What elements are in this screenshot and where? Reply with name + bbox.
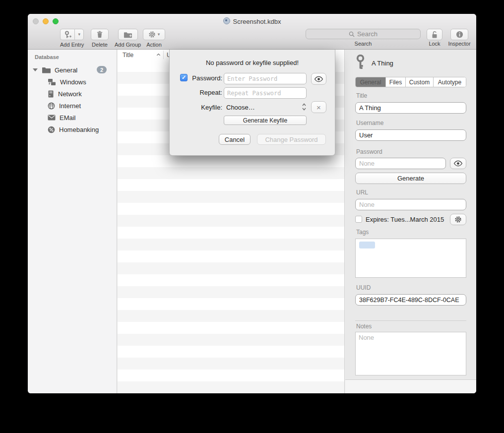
sidebar-item-network[interactable]: Network [28,88,117,100]
reveal-password-button[interactable] [450,158,466,169]
search-placeholder: Search [357,30,378,38]
change-password-button[interactable]: Change Password [257,134,326,145]
tags-label: Tags [356,229,466,236]
tab-custom[interactable]: Custom [406,77,434,87]
tab-general[interactable]: General [356,77,386,87]
globe-icon [48,102,55,110]
envelope-icon [48,115,56,121]
password-input[interactable] [355,158,446,169]
add-entry-label: Add Entry [60,42,84,48]
dialog-repeat-input[interactable] [224,87,307,99]
sidebar: Database General 2 Windows [28,50,117,393]
window-title-text: Screenshot.kdbx [233,18,281,25]
reveal-password-button[interactable] [311,73,326,85]
expires-label: Expires: Tues...March 2015 [366,216,450,223]
notes-label: Notes [356,323,466,330]
folder-plus-icon [124,31,132,38]
key-plus-icon [64,31,71,39]
inspector-panel: A Thing General Files Custom Autotype Ti… [345,50,476,393]
inspector-button[interactable] [450,29,468,40]
url-input[interactable] [355,199,466,210]
x-icon: × [316,103,321,112]
chevron-down-icon: ▾ [78,32,80,37]
delete-button[interactable] [91,29,109,40]
title-input[interactable] [355,102,466,114]
change-password-dialog: No password or keyfile supplied! ✓ Passw… [169,50,335,156]
info-icon [456,31,463,38]
tag-token[interactable] [359,242,375,248]
expires-options-button[interactable] [450,214,466,225]
lock-button[interactable] [427,29,442,40]
sidebar-item-internet[interactable]: Internet [28,100,117,112]
notes-textarea[interactable] [355,332,466,375]
action-label: Action [146,42,162,48]
window-header: Screenshot.kdbx ▾ Add Entry [28,14,476,50]
uuid-label: UUID [356,284,466,291]
uuid-input[interactable] [355,294,466,306]
tab-autotype[interactable]: Autotype [434,77,466,87]
sort-ascending-icon [156,53,161,57]
username-label: Username [356,120,466,126]
username-input[interactable] [355,129,466,141]
windows-network-icon [48,78,56,86]
sidebar-item-label: EMail [60,114,76,122]
sidebar-item-email[interactable]: EMail [28,112,117,124]
generate-keyfile-button[interactable]: Generate Keyfile [224,116,307,125]
server-icon [48,90,54,98]
app-window: Screenshot.kdbx ▾ Add Entry [28,14,476,393]
tags-box[interactable] [355,239,466,278]
title-label: Title [356,92,466,99]
search-toolbar-label: Search [306,41,421,47]
eye-icon [453,160,463,167]
folder-icon [42,66,51,73]
disclosure-triangle-icon[interactable] [33,68,38,71]
gear-icon [148,31,156,38]
entry-key-icon [355,55,366,71]
trash-icon [96,31,103,38]
search-icon [349,31,355,37]
generate-button[interactable]: Generate [355,173,466,184]
add-entry-dropdown-button[interactable]: ▾ [74,29,84,40]
entry-count-badge: 2 [97,66,107,73]
eye-icon [314,76,323,82]
expires-checkbox[interactable] [355,216,362,223]
add-entry-button[interactable] [60,29,74,40]
dialog-repeat-label: Repeat: [170,89,222,96]
sidebar-item-label: Internet [59,102,81,110]
password-label: Password [356,148,466,155]
stepper-icon[interactable] [302,103,307,111]
action-button[interactable]: ▾ [143,29,165,40]
sidebar-item-label: General [55,66,77,74]
add-group-button[interactable] [118,29,138,40]
sidebar-item-label: Windows [60,78,86,86]
sidebar-section-header: Database [35,54,117,60]
column-header-title[interactable]: Title [123,52,133,59]
inspector-tabs: General Files Custom Autotype [355,77,466,87]
chevron-down-icon: ▾ [158,32,160,37]
search-input[interactable]: Search [306,29,421,39]
cancel-button[interactable]: Cancel [219,134,251,145]
add-group-label: Add Group [115,42,141,48]
window-title: Screenshot.kdbx [28,17,476,25]
dialog-password-label: Password: [170,74,222,82]
clear-keyfile-button[interactable]: × [311,101,326,113]
delete-label: Delete [92,42,108,48]
sidebar-item-homebanking[interactable]: Homebanking [28,124,117,135]
inspector-toolbar-label: Inspector [444,41,474,47]
sidebar-item-label: Network [58,90,82,98]
keyfile-popup[interactable]: Choose… [226,104,255,111]
tab-files[interactable]: Files [386,77,406,87]
sidebar-item-windows[interactable]: Windows [28,76,117,88]
percent-icon [48,126,55,133]
dialog-keyfile-label: Keyfile: [170,104,222,111]
gear-icon [454,216,462,223]
url-label: URL [356,189,466,196]
document-proxy-icon[interactable] [223,17,230,24]
sidebar-item-general[interactable]: General 2 [28,64,117,76]
column-divider[interactable] [163,51,164,59]
dialog-message: No password or keyfile supplied! [170,59,335,66]
padlock-open-icon [431,31,438,39]
dialog-password-input[interactable] [224,73,307,84]
sidebar-item-label: Homebanking [59,126,99,133]
entry-title: A Thing [372,60,393,67]
